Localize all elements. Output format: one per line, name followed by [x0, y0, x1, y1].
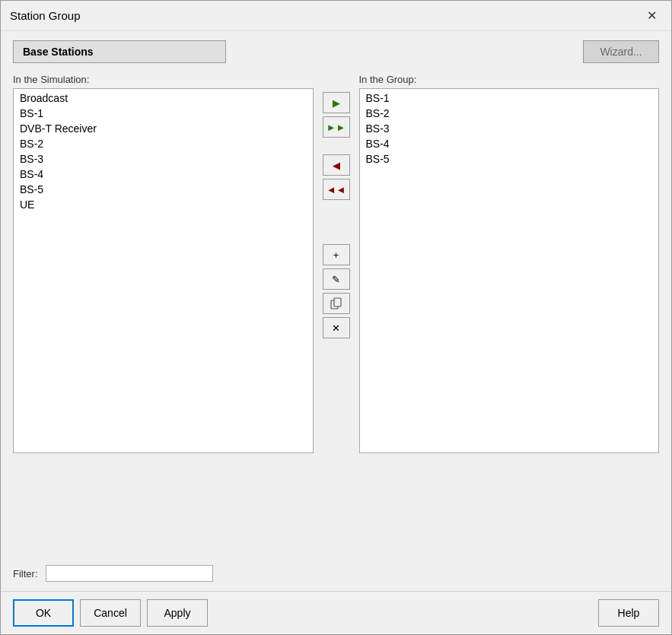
main-content: Base Stations Wizard... In the Simulatio…: [1, 31, 671, 591]
title-bar: Station Group ✕: [1, 1, 671, 31]
close-button[interactable]: ✕: [641, 5, 662, 27]
cancel-button[interactable]: Cancel: [80, 599, 141, 627]
base-stations-label: Base Stations: [13, 40, 226, 63]
list-item[interactable]: BS-2: [360, 106, 659, 121]
filter-row: Filter:: [13, 565, 659, 582]
group-section: In the Group: BS-1BS-2BS-3BS-4BS-5: [359, 74, 660, 453]
edit-item-button[interactable]: ✎: [323, 268, 350, 290]
dialog-title: Station Group: [10, 9, 81, 22]
help-button[interactable]: Help: [598, 599, 659, 627]
list-item[interactable]: BS-3: [14, 151, 313, 167]
list-item[interactable]: Broadcast: [14, 90, 313, 106]
svg-rect-1: [334, 298, 341, 306]
filter-label: Filter:: [13, 568, 38, 579]
filter-input[interactable]: [46, 565, 213, 582]
list-item[interactable]: BS-2: [14, 136, 313, 151]
list-item[interactable]: BS-3: [360, 121, 659, 136]
group-label: In the Group:: [359, 74, 660, 85]
top-row: Base Stations Wizard...: [13, 40, 659, 63]
list-item[interactable]: BS-5: [360, 151, 659, 167]
arrow-buttons-column: ▶ ►► ◀ ◄◄ + ✎ ✕: [314, 74, 359, 338]
delete-item-button[interactable]: ✕: [323, 317, 350, 338]
list-item[interactable]: BS-1: [14, 106, 313, 121]
list-item[interactable]: UE: [14, 197, 313, 212]
remove-one-button[interactable]: ◀: [323, 154, 350, 176]
list-item[interactable]: BS-4: [360, 136, 659, 151]
group-list[interactable]: BS-1BS-2BS-3BS-4BS-5: [359, 88, 660, 453]
bottom-bar: OK Cancel Apply Help: [1, 591, 671, 634]
simulation-list[interactable]: BroadcastBS-1DVB-T ReceiverBS-2BS-3BS-4B…: [13, 88, 314, 453]
apply-button[interactable]: Apply: [147, 599, 208, 627]
list-item[interactable]: BS-1: [360, 90, 659, 106]
wizard-button[interactable]: Wizard...: [583, 40, 659, 63]
lists-area: In the Simulation: BroadcastBS-1DVB-T Re…: [13, 74, 659, 553]
copy-item-button[interactable]: [323, 293, 350, 314]
add-one-button[interactable]: ▶: [323, 92, 350, 113]
simulation-label: In the Simulation:: [13, 74, 314, 85]
simulation-section: In the Simulation: BroadcastBS-1DVB-T Re…: [13, 74, 314, 453]
ok-button[interactable]: OK: [13, 599, 74, 627]
add-all-button[interactable]: ►►: [323, 116, 350, 138]
dialog: Station Group ✕ Base Stations Wizard... …: [0, 0, 672, 635]
list-item[interactable]: BS-4: [14, 167, 313, 182]
add-item-button[interactable]: +: [323, 244, 350, 265]
list-item[interactable]: DVB-T Receiver: [14, 121, 313, 136]
list-item[interactable]: BS-5: [14, 182, 313, 197]
remove-all-button[interactable]: ◄◄: [323, 179, 350, 200]
